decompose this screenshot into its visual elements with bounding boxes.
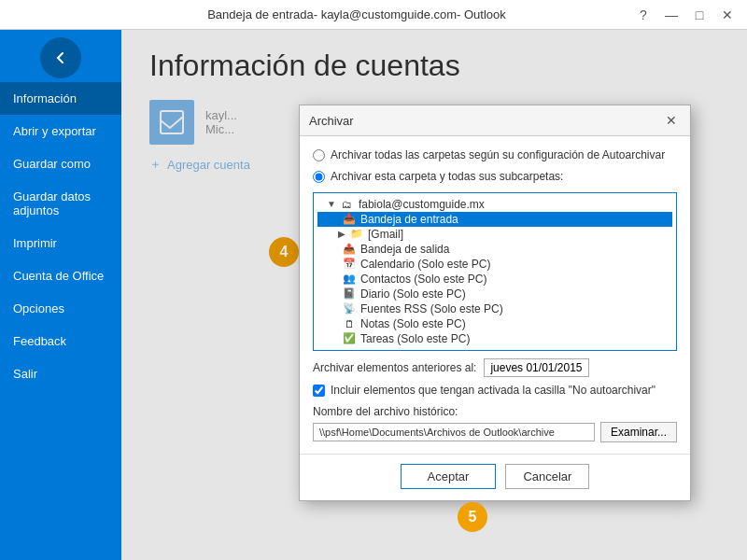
tree-label-tasks: Tareas (Solo este PC) bbox=[360, 332, 470, 345]
window-controls: ? — □ ✕ bbox=[631, 3, 740, 27]
tree-item-outbox[interactable]: 📤 Bandeja de salida bbox=[317, 242, 672, 257]
outlook-window: Bandeja de entrada- kayla@customguide.co… bbox=[0, 0, 747, 560]
outbox-tree-icon: 📤 bbox=[342, 244, 357, 255]
tree-item-rss[interactable]: 📡 Fuentes RSS (Solo este PC) bbox=[317, 301, 672, 316]
contacts-tree-icon: 👥 bbox=[342, 273, 357, 285]
ok-button[interactable]: Aceptar bbox=[401, 464, 497, 489]
tree-label-diary: Diario (Solo este PC) bbox=[360, 287, 466, 301]
archive-name-row: Examinar... bbox=[313, 422, 677, 442]
cancel-button[interactable]: Cancelar bbox=[505, 464, 589, 489]
tree-item-inbox[interactable]: 📥 Bandeja de entrada bbox=[317, 212, 672, 227]
no-autoarchive-checkbox[interactable] bbox=[313, 385, 325, 397]
tree-label-contacts: Contactos (Solo este PC) bbox=[360, 273, 486, 286]
help-button[interactable]: ? bbox=[631, 3, 655, 27]
dialog-close-button[interactable]: ✕ bbox=[662, 111, 681, 130]
dialog-title: Archivar bbox=[309, 114, 354, 128]
archive-file-label: Nombre del archivo histórico: bbox=[313, 405, 677, 418]
tree-label-rss: Fuentes RSS (Solo este PC) bbox=[360, 302, 503, 315]
archive-dialog: Archivar ✕ Archivar todas las carpetas s… bbox=[299, 105, 691, 501]
sidebar-item-cuenta[interactable]: Cuenta de Office bbox=[0, 259, 121, 292]
sidebar-item-feedback[interactable]: Feedback bbox=[0, 325, 121, 357]
rss-tree-icon: 📡 bbox=[342, 303, 357, 315]
tasks-tree-icon: ✅ bbox=[342, 333, 357, 344]
tree-label-calendar: Calendario (Solo este PC) bbox=[360, 258, 490, 271]
title-bar: Bandeja de entrada- kayla@customguide.co… bbox=[0, 0, 747, 30]
tree-label-notes: Notas (Solo este PC) bbox=[360, 317, 466, 330]
browse-button[interactable]: Examinar... bbox=[600, 422, 677, 442]
diary-tree-icon: 📓 bbox=[342, 288, 357, 300]
tree-item-root[interactable]: ▼ 🗂 fabiola@customguide.mx bbox=[317, 197, 672, 212]
tree-item-calendar[interactable]: 📅 Calendario (Solo este PC) bbox=[317, 257, 672, 272]
step5-badge: 5 bbox=[458, 502, 487, 532]
tree-item-notes[interactable]: 🗒 Notas (Solo este PC) bbox=[317, 316, 672, 331]
content-area: Información de cuentas kayl... Mic... bbox=[121, 30, 747, 560]
tree-label-gmail: [Gmail] bbox=[368, 228, 403, 241]
tree-item-gmail[interactable]: ▶ 📁 [Gmail] bbox=[317, 227, 672, 242]
sidebar-item-abrir[interactable]: Abrir y exportar bbox=[0, 115, 121, 147]
archive-path-input[interactable] bbox=[313, 423, 595, 441]
radio-this-row: Archivar esta carpeta y todas sus subcar… bbox=[313, 169, 677, 185]
archive-date-select[interactable]: jueves 01/01/2015 bbox=[484, 358, 589, 377]
sidebar-item-informacion[interactable]: Información bbox=[0, 82, 121, 115]
maximize-button[interactable]: □ bbox=[687, 3, 712, 27]
radio-this[interactable] bbox=[313, 171, 325, 183]
archive-file-section: Nombre del archivo histórico: Examinar..… bbox=[313, 405, 677, 442]
tree-label-root: fabiola@customguide.mx bbox=[359, 198, 485, 211]
sidebar-item-salir[interactable]: Salir bbox=[0, 357, 121, 390]
main-area: Información Abrir y exportar Guardar com… bbox=[0, 30, 747, 560]
sidebar-item-guardar-datos[interactable]: Guardar datos adjuntos bbox=[0, 180, 121, 227]
tree-item-diary[interactable]: 📓 Diario (Solo este PC) bbox=[317, 287, 672, 301]
dialog-body: Archivar todas las carpetas según su con… bbox=[300, 136, 690, 454]
minimize-button[interactable]: — bbox=[659, 3, 684, 27]
chevron-down-icon[interactable]: ▼ bbox=[327, 199, 336, 209]
notes-tree-icon: 🗒 bbox=[342, 318, 357, 329]
tree-item-contacts[interactable]: 👥 Contactos (Solo este PC) bbox=[317, 272, 672, 287]
window-title: Bandeja de entrada- kayla@customguide.co… bbox=[82, 7, 631, 21]
inbox-tree-icon: 📥 bbox=[342, 214, 357, 225]
radio-all[interactable] bbox=[313, 149, 325, 161]
tree-label-outbox: Bandeja de salida bbox=[360, 243, 449, 256]
no-autoarchive-row: Incluir elementos que tengan activada la… bbox=[313, 383, 677, 399]
back-icon bbox=[53, 50, 68, 65]
archive-date-row: Archivar elementos anteriores al: jueves… bbox=[313, 358, 677, 377]
folder-tree[interactable]: ▼ 🗂 fabiola@customguide.mx 📥 Bandeja de … bbox=[313, 192, 677, 351]
chevron-right-icon[interactable]: ▶ bbox=[338, 229, 345, 239]
close-button[interactable]: ✕ bbox=[715, 3, 740, 27]
date-select-wrap: jueves 01/01/2015 bbox=[484, 358, 589, 377]
sidebar-item-guardar[interactable]: Guardar como bbox=[0, 147, 121, 180]
calendar-tree-icon: 📅 bbox=[342, 259, 357, 270]
radio-this-label: Archivar esta carpeta y todas sus subcar… bbox=[331, 169, 563, 185]
dialog-footer: Aceptar Cancelar bbox=[300, 454, 690, 500]
sidebar: Información Abrir y exportar Guardar com… bbox=[0, 30, 121, 560]
sidebar-item-opciones[interactable]: Opciones bbox=[0, 292, 121, 325]
tree-item-tasks[interactable]: ✅ Tareas (Solo este PC) bbox=[317, 331, 672, 346]
gmail-tree-icon: 📁 bbox=[349, 229, 364, 240]
no-autoarchive-label: Incluir elementos que tengan activada la… bbox=[331, 383, 655, 399]
sidebar-item-imprimir[interactable]: Imprimir bbox=[0, 227, 121, 259]
archive-date-label: Archivar elementos anteriores al: bbox=[313, 361, 476, 374]
radio-all-label: Archivar todas las carpetas según su con… bbox=[331, 147, 665, 163]
back-button[interactable] bbox=[40, 37, 81, 78]
radio-all-row: Archivar todas las carpetas según su con… bbox=[313, 147, 677, 163]
account-tree-icon: 🗂 bbox=[340, 199, 355, 210]
tree-label-inbox: Bandeja de entrada bbox=[360, 213, 458, 226]
dialog-title-bar: Archivar ✕ bbox=[300, 105, 690, 136]
